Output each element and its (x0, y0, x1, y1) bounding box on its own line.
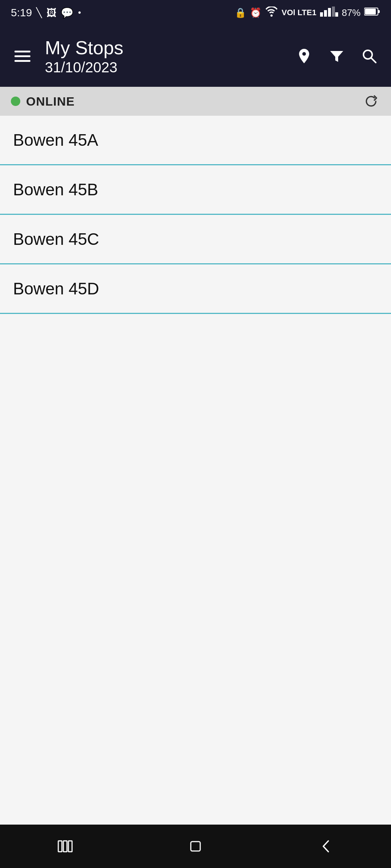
battery-icon (364, 7, 380, 18)
online-bar: ONLINE (0, 87, 391, 116)
status-time: 5:19 (11, 7, 32, 19)
wifi-icon (265, 7, 278, 19)
location-button[interactable] (293, 45, 315, 67)
refresh-button[interactable] (362, 92, 380, 110)
stop-item-2[interactable]: Bowen 45B (0, 165, 391, 215)
app-bar: My Stops 31/10/2023 (0, 25, 391, 87)
status-left: 5:19 ╲ 🖼 💬 • (11, 7, 81, 19)
app-bar-title: My Stops 31/10/2023 (45, 37, 293, 75)
recent-apps-button[interactable] (47, 835, 83, 857)
status-bar: 5:19 ╲ 🖼 💬 • 🔒 ⏰ VOl LTE1 87% (0, 0, 391, 25)
image-icon: 🖼 (46, 7, 56, 19)
hamburger-line-2 (14, 55, 30, 57)
message-icon: 💬 (61, 7, 73, 19)
svg-rect-7 (365, 9, 376, 14)
lte-icon: VOl LTE1 (282, 8, 316, 17)
stop-item-4[interactable]: Bowen 45D (0, 264, 391, 314)
menu-button[interactable] (11, 47, 34, 65)
hamburger-line-1 (14, 51, 30, 52)
stop-name-1: Bowen 45A (13, 130, 98, 150)
online-text: ONLINE (26, 94, 75, 109)
alarm-icon: ⏰ (250, 7, 261, 18)
svg-rect-4 (335, 12, 338, 17)
svg-rect-11 (63, 841, 67, 852)
svg-rect-3 (332, 7, 335, 17)
svg-rect-13 (191, 842, 200, 851)
app-bar-actions (293, 45, 380, 67)
svg-rect-1 (324, 10, 327, 17)
stop-item-3[interactable]: Bowen 45C (0, 215, 391, 264)
battery-text: 87% (342, 7, 361, 18)
stop-name-3: Bowen 45C (13, 229, 99, 249)
hamburger-line-3 (14, 60, 30, 62)
back-button[interactable] (308, 835, 344, 857)
stops-list: Bowen 45A Bowen 45B Bowen 45C Bowen 45D (0, 116, 391, 825)
svg-line-9 (371, 58, 376, 63)
svg-rect-12 (68, 841, 72, 852)
nav-bar (0, 825, 391, 868)
svg-rect-10 (58, 841, 62, 852)
stop-item-1[interactable]: Bowen 45A (0, 116, 391, 165)
online-dot (11, 97, 20, 106)
status-right: 🔒 ⏰ VOl LTE1 87% (235, 7, 380, 19)
signal-bars-icon (320, 7, 338, 19)
stop-name-4: Bowen 45D (13, 279, 99, 298)
stop-name-2: Bowen 45B (13, 180, 98, 199)
search-button[interactable] (358, 45, 380, 67)
dot-indicator: • (78, 8, 81, 18)
page-date: 31/10/2023 (45, 59, 293, 76)
online-indicator: ONLINE (11, 94, 75, 109)
filter-button[interactable] (326, 45, 348, 67)
lock-icon: 🔒 (235, 7, 246, 18)
signal-icon: ╲ (36, 7, 42, 18)
home-button[interactable] (177, 835, 214, 857)
svg-rect-2 (328, 8, 331, 17)
svg-rect-6 (378, 10, 380, 13)
svg-rect-0 (320, 12, 323, 17)
page-title: My Stops (45, 37, 293, 59)
